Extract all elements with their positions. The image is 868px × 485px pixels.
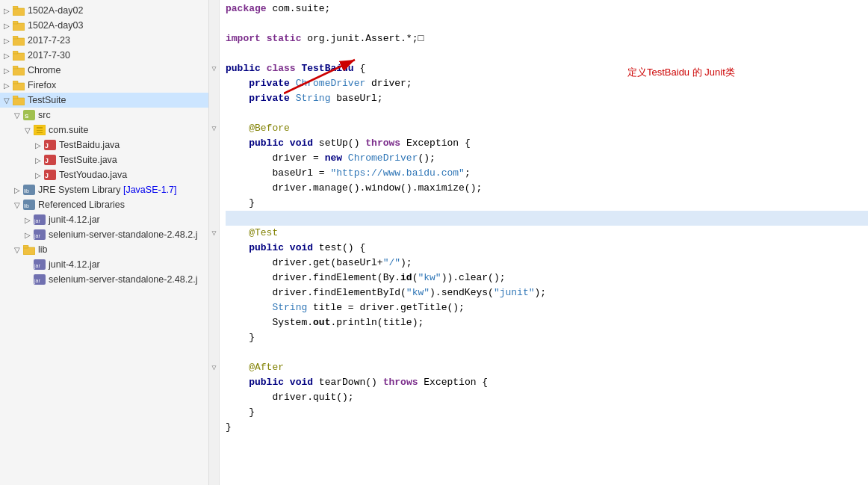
code-line: driver.quit(); — [226, 390, 868, 405]
token-kw2: public — [249, 136, 284, 151]
svg-rect-35 — [23, 245, 28, 248]
token-str: "kw" — [418, 271, 441, 285]
code-line — [226, 106, 868, 121]
token-method: id — [400, 271, 412, 285]
fold-marker[interactable]: ▽ — [209, 226, 219, 241]
fold-marker — [209, 330, 219, 345]
tree-node-label: TestSuite.java — [59, 155, 117, 165]
token-str: "https://www.baidu.com" — [330, 166, 464, 181]
sidebar-item-com-suite[interactable]: ▽com.suite — [0, 123, 208, 138]
token-normal — [342, 151, 348, 166]
tree-node-label: 1502A-day02 — [28, 5, 83, 16]
fold-marker — [209, 1, 219, 16]
tree-arrow-icon: ▷ — [33, 141, 43, 149]
token-normal: driver.manage().window().maximize(); — [226, 181, 482, 196]
token-kw: static — [267, 31, 302, 46]
sidebar-item-src[interactable]: ▽Ssrc — [0, 108, 208, 123]
code-line: @Before — [226, 121, 868, 136]
token-kw: throws — [365, 136, 400, 151]
sidebar-item-selenium-lib[interactable]: jarselenium-server-standalone-2.48.2.j — [0, 272, 208, 287]
svg-rect-12 — [13, 98, 25, 105]
sidebar-item-lib[interactable]: ▽lib — [0, 242, 208, 257]
svg-text:jar: jar — [34, 278, 40, 284]
token-normal: ; — [465, 166, 471, 181]
sidebar-item-TestSuite-java[interactable]: ▷JTestSuite.java — [0, 152, 208, 167]
svg-rect-5 — [13, 36, 18, 39]
token-str: "junit" — [494, 285, 535, 300]
sidebar-item-Referenced-Libraries[interactable]: ▽libReferenced Libraries — [0, 197, 208, 212]
sidebar-item-Firefox[interactable]: ▷Firefox — [0, 78, 208, 93]
sidebar-item-Chrome[interactable]: ▷Chrome — [0, 63, 208, 78]
svg-rect-0 — [13, 8, 25, 16]
svg-text:jar: jar — [34, 233, 40, 239]
fold-marker — [209, 151, 219, 166]
svg-text:jar: jar — [34, 263, 40, 269]
tree-node-icon: jar — [33, 259, 46, 271]
svg-text:lib: lib — [24, 188, 29, 194]
fold-marker — [209, 241, 219, 256]
sidebar-item-1502A-day03[interactable]: ▷1502A-day03 — [0, 18, 208, 33]
token-method: out — [313, 315, 330, 330]
token-normal — [261, 61, 267, 76]
code-line — [226, 211, 868, 226]
sidebar-item-JRE-System-Library[interactable]: ▷libJRE System Library [JavaSE-1.7] — [0, 182, 208, 197]
fold-marker — [209, 271, 219, 285]
sidebar-item-TestYoudao-java[interactable]: ▷JTestYoudao.java — [0, 167, 208, 182]
token-normal: setUp() — [313, 136, 365, 151]
tree-node-icon: lib — [22, 184, 36, 196]
sidebar-item-selenium-ref[interactable]: ▷jarselenium-server-standalone-2.48.2.j — [0, 227, 208, 242]
tree-node-label: TestYoudao.java — [59, 170, 127, 180]
code-line: package com.suite; — [226, 1, 868, 16]
tree-node-icon: J — [43, 169, 57, 181]
sidebar-item-1502A-day02[interactable]: ▷1502A-day02 — [0, 3, 208, 18]
code-line: import static org.junit.Assert.*;□ — [226, 31, 868, 46]
svg-rect-34 — [23, 247, 35, 255]
fold-marker[interactable]: ▽ — [209, 121, 219, 136]
token-normal: baseUrl = — [226, 166, 330, 181]
token-normal: ); — [400, 256, 412, 271]
code-line: } — [226, 196, 868, 211]
token-kw2: private — [249, 76, 290, 91]
fold-gutter: ▽▽▽▽ — [209, 0, 220, 485]
token-kw: throws — [383, 375, 418, 390]
fold-marker — [209, 375, 219, 390]
fold-marker — [209, 300, 219, 315]
sidebar-item-junit-4-12-jar-ref[interactable]: ▷jarjunit-4.12.jar — [0, 212, 208, 227]
token-normal — [290, 91, 296, 106]
svg-text:jar: jar — [34, 218, 40, 224]
code-line — [226, 46, 868, 61]
token-normal — [226, 375, 249, 390]
tree-node-icon: S — [22, 109, 36, 121]
fold-marker — [209, 196, 219, 211]
tree-node-icon — [22, 244, 36, 256]
token-ann: @After — [226, 360, 284, 375]
token-type: ChromeDriver — [348, 151, 418, 166]
fold-marker[interactable]: ▽ — [209, 360, 219, 375]
tree-arrow-icon: ▷ — [1, 67, 12, 75]
svg-rect-10 — [13, 83, 25, 90]
token-kw2: TestBaidu — [301, 61, 353, 76]
token-normal: .println(title); — [330, 315, 424, 330]
code-line: public void tearDown() throws Exception … — [226, 375, 868, 390]
sidebar-item-TestSuite[interactable]: ▽TestSuite — [0, 93, 208, 108]
svg-text:J: J — [45, 142, 49, 149]
tree-arrow-icon: ▷ — [22, 216, 33, 224]
svg-rect-3 — [13, 21, 18, 24]
fold-marker — [209, 31, 219, 46]
sidebar-item-2017-7-30[interactable]: ▷2017-7-30 — [0, 48, 208, 63]
sidebar-item-2017-7-23[interactable]: ▷2017-7-23 — [0, 33, 208, 48]
fold-marker — [209, 76, 219, 91]
token-kw: package — [226, 1, 267, 16]
tree-arrow-icon: ▽ — [1, 96, 12, 105]
token-normal: tearDown() — [313, 375, 383, 390]
code-line: driver.get(baseUrl+"/"); — [226, 256, 868, 271]
token-kw2: void — [290, 241, 313, 256]
fold-marker[interactable]: ▽ — [209, 61, 219, 76]
fold-marker — [209, 345, 219, 360]
tree-node-label: com.suite — [49, 125, 89, 135]
sidebar-item-TestBaidu-java[interactable]: ▷JTestBaidu.java — [0, 138, 208, 152]
tree-node-label: Chrome — [28, 65, 61, 75]
sidebar-item-junit-4-12-jar-lib[interactable]: jarjunit-4.12.jar — [0, 257, 208, 272]
code-line: } — [226, 420, 868, 435]
tree-arrow-icon: ▽ — [12, 246, 22, 254]
